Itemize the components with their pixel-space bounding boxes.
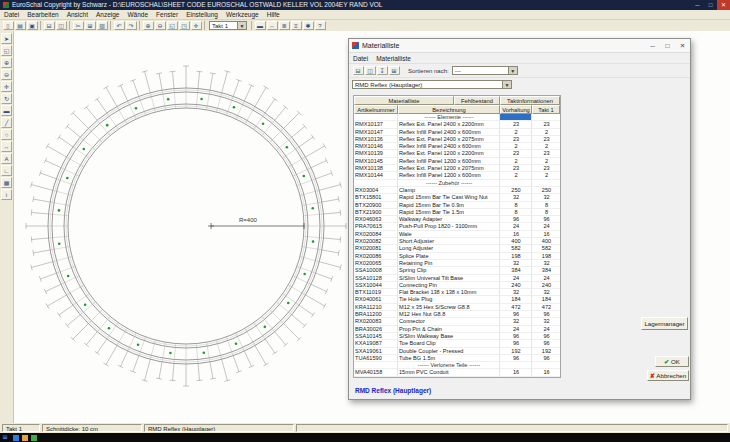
table-row[interactable]: ------ Verlorene Teile ------ <box>354 362 560 369</box>
save-icon[interactable]: ▣ <box>27 21 38 30</box>
table-row[interactable]: TUA61590Tube BG 1.5m9696 <box>354 355 560 362</box>
table-row[interactable]: RX020086Splice Plate198198 <box>354 253 560 260</box>
table-row[interactable]: SSA10128S/Slim Universal Tilt Base2424 <box>354 275 560 282</box>
table-row[interactable]: KRA11210M12 x 35 Hex S/Screw G8.8472472 <box>354 304 560 311</box>
group-header-fehlbestand[interactable]: Fehlbestand <box>454 96 500 105</box>
table-row[interactable]: SXA19061Double Coupler - Pressed192192 <box>354 348 560 355</box>
wall-icon[interactable]: ▬ <box>1 105 12 116</box>
table-row[interactable]: SSX10044Connecting Pin240240 <box>354 282 560 289</box>
taskbar-mail-icon[interactable] <box>31 435 37 441</box>
line-icon[interactable]: ╱ <box>1 117 12 128</box>
table-row[interactable]: RX046063Walkway Adapter9696 <box>354 216 560 223</box>
text-icon[interactable]: A <box>1 153 12 164</box>
taskbar-explorer-icon[interactable] <box>13 435 19 441</box>
group-header-taktinformationen[interactable]: Taktinformationen <box>500 96 560 105</box>
new-icon[interactable]: ▯ <box>3 21 14 30</box>
table-row[interactable]: RX040061Tie Hole Plug184184 <box>354 296 560 303</box>
table-row[interactable]: RX020081Long Adjuster582582 <box>354 245 560 252</box>
table-row[interactable]: RMX10136Reflex Ext. Panel 2400 x 2075mm2… <box>354 136 560 143</box>
zoom-in-icon[interactable]: ⊕ <box>1 57 12 68</box>
copy-icon[interactable]: ⊞ <box>85 21 96 30</box>
chevron-down-icon[interactable]: ▼ <box>508 67 517 74</box>
cancel-button[interactable]: ✘ Abbrechen <box>647 370 689 381</box>
menu-item-3[interactable]: Anzeige <box>92 10 124 19</box>
settings-icon[interactable]: ✱ <box>303 21 314 30</box>
print-icon[interactable]: ⊟ <box>44 21 55 30</box>
table-row[interactable]: BRA11200M12 Hex Nut G8.89696 <box>354 311 560 318</box>
print-preview-icon[interactable]: ◫ <box>56 21 67 30</box>
menu-item-7[interactable]: Werkzeuge <box>222 10 263 19</box>
paste-icon[interactable]: ▥ <box>97 21 108 30</box>
grid-icon[interactable]: ▦ <box>1 177 12 188</box>
close-button[interactable]: ✕ <box>717 0 730 10</box>
zoom-out-icon[interactable]: ⊖ <box>1 69 12 80</box>
taskbar-euroschal-icon[interactable] <box>22 435 28 441</box>
export-icon[interactable]: ↧ <box>377 66 388 75</box>
dialog-minimize-button[interactable]: ─ <box>645 39 660 52</box>
zoom-in-icon[interactable]: ⊕ <box>143 21 154 30</box>
menu-item-0[interactable]: Datei <box>0 10 23 19</box>
table-row[interactable]: RX020084Wale1616 <box>354 231 560 238</box>
chevron-down-icon[interactable]: ▼ <box>502 81 511 88</box>
select-icon[interactable]: ➤ <box>1 33 12 44</box>
table-row[interactable]: RMX10138Reflex Ext. Panel 1200 x 2075mm2… <box>354 165 560 172</box>
ok-button[interactable]: ✔ OK <box>655 356 689 367</box>
zoom-fit-icon[interactable]: ◳ <box>179 21 190 30</box>
column-header-takt1[interactable]: Takt 1 <box>532 105 560 114</box>
zoom-window-icon[interactable]: ◱ <box>1 45 12 56</box>
table-row[interactable]: RMX10145Reflex Infill Panel 1200 x 600mm… <box>354 158 560 165</box>
table-row[interactable]: RX03004Clamp250250 <box>354 187 560 194</box>
pan-icon[interactable]: ✛ <box>191 21 202 30</box>
redo-icon[interactable]: ↷ <box>126 21 137 30</box>
table-row[interactable]: ------ Elemente ------ <box>354 114 560 121</box>
measure-icon[interactable]: ∟ <box>1 165 12 176</box>
table-row[interactable]: PRA70615Push-Pull Prop 1820 - 3100mm2424 <box>354 223 560 230</box>
sort-combobox[interactable]: --- ▼ <box>452 66 518 75</box>
dialog-title-bar[interactable]: Materialliste ─ □ ✕ <box>349 39 690 53</box>
menu-item-6[interactable]: Einstellung <box>182 10 222 19</box>
chevron-down-icon[interactable]: ▼ <box>237 22 246 29</box>
table-row[interactable]: BTX20900Rapid 15mm Bar Tie 0.9m88 <box>354 202 560 209</box>
stock-combobox[interactable]: RMD Reflex (Hauptlager) ▼ <box>352 80 512 89</box>
table-row[interactable]: KXA19087Toe Board Clip9696 <box>354 340 560 347</box>
table-row[interactable]: RMX10147Reflex Infill Panel 2400 x 600mm… <box>354 129 560 136</box>
table-row[interactable]: ------ Zubehör ------ <box>354 180 560 187</box>
cut-icon[interactable]: ✂ <box>73 21 84 30</box>
zoom-window-icon[interactable]: ◱ <box>167 21 178 30</box>
table-row[interactable]: RMX10144Reflex Infill Panel 1200 x 600mm… <box>354 172 560 179</box>
minimize-button[interactable]: ─ <box>691 0 704 10</box>
maximize-button[interactable]: □ <box>704 0 717 10</box>
column-header-vorhaltung[interactable]: Vorhaltung <box>500 105 532 114</box>
info-icon[interactable]: i <box>1 189 12 200</box>
print-preview-icon[interactable]: ◫ <box>365 66 376 75</box>
dialog-menu-item-1[interactable]: Materialliste <box>372 54 415 63</box>
table-row[interactable]: RX020082Short Adjuster400400 <box>354 238 560 245</box>
help-icon[interactable]: ? <box>315 21 326 30</box>
material-list-icon[interactable]: ≣ <box>279 21 290 30</box>
table-row[interactable]: SSA10145S/Slim Walkway Base9696 <box>354 333 560 340</box>
menu-item-4[interactable]: Wände <box>123 10 152 19</box>
table-row[interactable]: RX020083Connector3232 <box>354 318 560 325</box>
table-row[interactable]: RMX10139Reflex Ext. Panel 1200 x 2200mm2… <box>354 150 560 157</box>
circle-icon[interactable]: ○ <box>1 129 12 140</box>
group-header-materialliste[interactable]: Materialliste <box>354 96 454 105</box>
table-row[interactable]: BTX15801Rapid 15mm Bar Tie Cast Wing Nut… <box>354 194 560 201</box>
takt-combobox[interactable]: Takt 1▼ <box>209 21 247 30</box>
walls-icon[interactable]: ▬ <box>255 21 266 30</box>
dialog-menu-item-0[interactable]: Datei <box>349 54 372 63</box>
table-row[interactable]: SSA10008Spring Clip384384 <box>354 267 560 274</box>
column-header-artikelnummer[interactable]: Artikelnummer <box>354 105 398 114</box>
refresh-icon[interactable]: ↻ <box>1 93 12 104</box>
menu-item-2[interactable]: Ansicht <box>63 10 92 19</box>
menu-item-8[interactable]: Hilfe <box>263 10 284 19</box>
print-icon[interactable]: ⊟ <box>353 66 364 75</box>
column-header-bezeichnung[interactable]: Bezeichnung <box>398 105 500 114</box>
pan-icon[interactable]: ✛ <box>1 81 12 92</box>
start-button[interactable]: ⊞ <box>0 433 10 442</box>
dimension-icon[interactable]: ↔ <box>267 21 278 30</box>
menu-item-1[interactable]: Bearbeiten <box>23 10 62 19</box>
table-row[interactable]: RMX10137Reflex Ext. Panel 2400 x 2200mm2… <box>354 121 560 128</box>
table-row[interactable]: MVA4015815mm PVC Conduit1616 <box>354 369 560 376</box>
table-row[interactable]: BTX21900Rapid 15mm Bar Tie 1.5m88 <box>354 209 560 216</box>
table-row[interactable]: BRA30026Prop Pin & Chain2424 <box>354 326 560 333</box>
